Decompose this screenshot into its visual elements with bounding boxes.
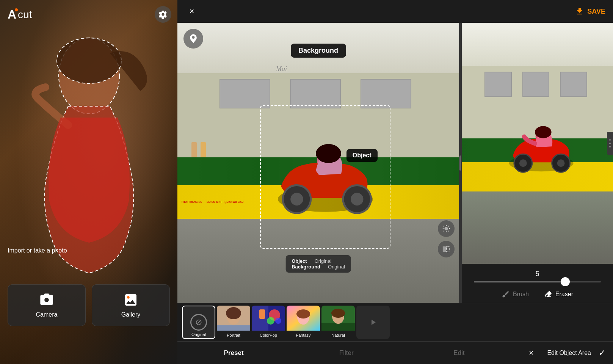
more-presets-icon xyxy=(368,318,378,327)
preset-fantasy-label: Fantasy xyxy=(287,333,320,337)
preset-item-natural[interactable]: Natural xyxy=(321,306,355,339)
preset-natural-label: Natural xyxy=(321,333,355,337)
settings-button[interactable] xyxy=(155,6,171,23)
save-label: SAVE xyxy=(587,8,605,16)
slider-value: 5 xyxy=(471,270,604,278)
gallery-icon xyxy=(123,292,138,308)
slider-track[interactable] xyxy=(474,281,601,282)
close-button[interactable]: × xyxy=(185,5,199,18)
brightness-icon xyxy=(442,224,450,233)
eraser-icon xyxy=(544,290,552,298)
slider-fill xyxy=(474,281,565,282)
brush-label: Brush xyxy=(513,291,529,298)
status-bg-value: Original xyxy=(328,264,345,270)
svg-point-5 xyxy=(290,193,303,205)
svg-point-7 xyxy=(351,193,363,205)
svg-point-28 xyxy=(226,307,241,319)
status-bg-row: Background Original xyxy=(292,264,345,270)
scooter-svg xyxy=(262,107,389,247)
tab-edit[interactable]: Edit xyxy=(403,342,515,364)
lasso-icon xyxy=(188,33,199,44)
svg-rect-29 xyxy=(217,325,250,331)
brush-tool-button[interactable]: Brush xyxy=(502,290,529,298)
cancel-edit-button[interactable]: × xyxy=(523,345,539,361)
filter-tab-label: Filter xyxy=(339,349,354,357)
eraser-label: Eraser xyxy=(555,291,573,298)
swipe-handle[interactable] xyxy=(607,132,613,155)
svg-point-25 xyxy=(609,146,611,147)
svg-point-1 xyxy=(57,38,121,83)
bottom-section: ⊘ Original Portrait xyxy=(177,303,613,364)
banner-text: THOI TRANG NU BO SO SINH · QUAN AO BAU xyxy=(181,201,243,203)
preset-item-portrait[interactable]: Portrait xyxy=(217,306,250,339)
person-silhouette xyxy=(23,30,155,296)
svg-point-42 xyxy=(331,309,345,318)
confirm-button[interactable]: ✓ xyxy=(599,348,605,358)
brightness-button[interactable] xyxy=(438,220,455,237)
camera-button[interactable]: Camera xyxy=(8,284,86,326)
camera-icon xyxy=(39,292,54,308)
swipe-icon xyxy=(608,138,611,149)
fantasy-preview xyxy=(287,306,320,331)
image-controls xyxy=(438,220,455,257)
save-button[interactable]: SAVE xyxy=(575,7,605,16)
preset-item-colorpop[interactable]: ColorPop xyxy=(252,306,285,339)
main-panel: × SAVE Mai xyxy=(177,0,613,364)
svg-rect-11 xyxy=(443,246,446,252)
gallery-button[interactable]: Gallery xyxy=(92,284,170,326)
preset-colorpop-label: ColorPop xyxy=(252,333,285,337)
cancel-label: × xyxy=(529,348,534,358)
processed-image-panel: Mai xyxy=(462,23,613,264)
gear-icon xyxy=(158,10,168,19)
bottom-nav-actions: × Edit Object Area ✓ xyxy=(515,345,613,361)
preset-original-label: Original xyxy=(183,332,215,337)
save-icon xyxy=(575,7,584,16)
processed-sky: Mai xyxy=(462,23,613,66)
preset-item-fantasy[interactable]: Fantasy xyxy=(287,306,320,339)
svg-rect-32 xyxy=(259,309,265,319)
edit-object-area-label: Edit Object Area xyxy=(547,350,591,356)
edit-tab-label: Edit xyxy=(453,349,464,357)
eraser-tool-button[interactable]: Eraser xyxy=(544,290,573,298)
status-overlay: Object Original Background Original xyxy=(285,255,351,273)
header: × SAVE xyxy=(177,0,613,23)
processed-scooter-svg xyxy=(500,85,583,211)
panel-divider[interactable] xyxy=(459,23,461,303)
no-filter-icon: ⊘ xyxy=(190,314,207,331)
svg-point-2 xyxy=(127,296,130,299)
divider-handle xyxy=(459,155,461,171)
logo-letter: A xyxy=(8,8,16,22)
lasso-button[interactable] xyxy=(183,29,203,49)
status-bg-label: Background xyxy=(292,264,320,270)
object-tooltip: Object xyxy=(346,149,378,162)
logo-dot xyxy=(15,8,18,11)
app-logo: A cut xyxy=(8,8,32,22)
tab-filter[interactable]: Filter xyxy=(290,342,403,364)
split-view-button[interactable] xyxy=(438,241,455,257)
svg-point-35 xyxy=(275,318,281,324)
tool-row: Brush Eraser xyxy=(462,286,613,303)
svg-point-34 xyxy=(267,317,274,325)
gallery-label: Gallery xyxy=(121,311,141,318)
slider-thumb[interactable] xyxy=(561,277,570,286)
background-tooltip: Background xyxy=(291,44,346,58)
preset-strip: ⊘ Original Portrait xyxy=(177,303,613,341)
bottom-nav-tabs: Preset Filter Edit xyxy=(177,342,515,364)
bottom-nav: Preset Filter Edit × Edit Object Area ✓ xyxy=(177,341,613,364)
svg-point-9 xyxy=(316,144,341,163)
preset-item-more[interactable] xyxy=(356,306,390,339)
scooter-selection xyxy=(262,107,389,247)
svg-point-10 xyxy=(444,227,448,230)
split-view-icon xyxy=(442,245,450,253)
preset-tab-label: Preset xyxy=(224,349,244,357)
canvas-area: Mai THOI TRANG NU BO SO SINH · QUAN AO B… xyxy=(177,23,613,303)
tab-preset[interactable]: Preset xyxy=(177,342,290,364)
status-object-label: Object xyxy=(292,258,307,264)
mannequins xyxy=(191,142,206,157)
svg-point-23 xyxy=(609,139,611,141)
svg-rect-12 xyxy=(447,246,450,252)
logo-text: cut xyxy=(18,9,32,21)
shop-sign: Mai xyxy=(276,65,287,73)
preset-item-original[interactable]: ⊘ Original xyxy=(182,306,215,339)
svg-point-38 xyxy=(296,309,310,318)
